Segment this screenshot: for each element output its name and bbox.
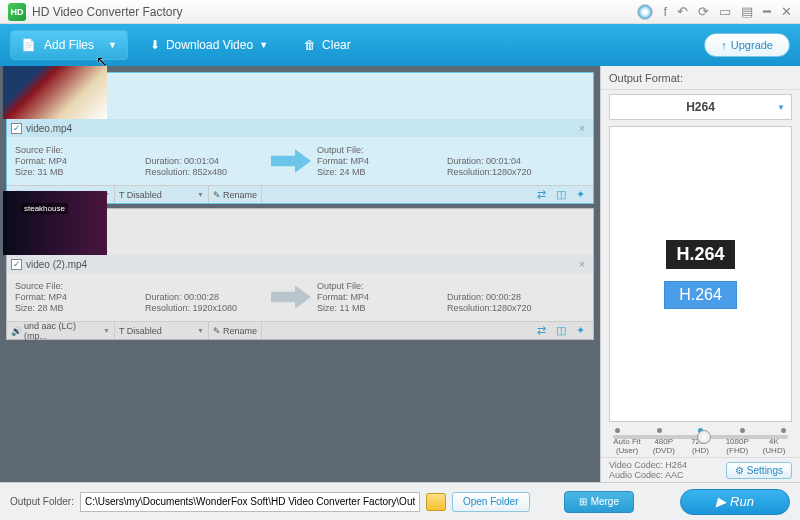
merge-icon: ⊞ <box>579 496 587 507</box>
chevron-down-icon[interactable]: ▼ <box>259 40 268 50</box>
output-format-header: Output Format: <box>601 66 800 90</box>
undo-icon[interactable]: ↶ <box>677 4 688 19</box>
list-item[interactable]: ✓ video.mp4 × Source File: Format: MP4 S… <box>6 72 594 204</box>
add-file-icon: 📄 <box>21 38 36 52</box>
source-size: Size: 31 MB <box>15 167 145 177</box>
source-label: Source File: <box>15 145 145 155</box>
shuffle-icon[interactable]: ⇄ <box>537 324 546 337</box>
subtitle-select[interactable]: T Disabled▼ <box>115 186 209 203</box>
output-label: Output File: <box>317 145 447 155</box>
audio-track-select[interactable]: 🔊und aac (LC) (mp...▼ <box>7 322 115 339</box>
subtitle-select[interactable]: T Disabled▼ <box>115 322 209 339</box>
resolution-slider[interactable] <box>609 430 792 444</box>
add-files-button[interactable]: 📄 Add Files ▼ ↖ <box>10 30 128 60</box>
slider-thumb[interactable] <box>697 430 711 444</box>
clear-button[interactable]: 🗑 Clear <box>290 38 365 52</box>
shuffle-icon[interactable]: ⇄ <box>537 188 546 201</box>
source-resolution: Resolution: 1920x1080 <box>145 303 265 313</box>
source-resolution: Resolution: 852x480 <box>145 167 265 177</box>
settings-label: Settings <box>747 465 783 476</box>
filename: video (2).mp4 <box>26 259 87 270</box>
preview-badge-blue: H.264 <box>664 281 737 309</box>
app-title: HD Video Converter Factory <box>32 5 637 19</box>
format-preview[interactable]: H.264 H.264 <box>609 126 792 422</box>
arrow-icon <box>271 148 311 174</box>
facebook-icon[interactable]: f <box>663 4 667 19</box>
app-logo: HD <box>8 3 26 21</box>
arrow-icon <box>271 284 311 310</box>
output-duration: Duration: 00:01:04 <box>447 156 567 166</box>
download-icon: ⬇ <box>150 38 160 52</box>
browse-folder-icon[interactable] <box>426 493 446 511</box>
settings-button[interactable]: ⚙ Settings <box>726 462 792 479</box>
format-value: H264 <box>686 100 715 114</box>
output-resolution: Resolution:1280x720 <box>447 167 567 177</box>
effects-icon[interactable]: ✦ <box>576 324 585 337</box>
disc-icon[interactable] <box>637 4 653 20</box>
output-resolution: Resolution:1280x720 <box>447 303 567 313</box>
file-list: ✓ video.mp4 × Source File: Format: MP4 S… <box>0 66 600 482</box>
upgrade-button[interactable]: ↑ Upgrade <box>704 33 790 57</box>
open-folder-button[interactable]: Open Folder <box>452 492 530 512</box>
merge-button[interactable]: ⊞ Merge <box>564 491 634 513</box>
source-format: Format: MP4 <box>15 292 145 302</box>
output-folder-input[interactable] <box>80 492 420 512</box>
output-size: Size: 24 MB <box>317 167 447 177</box>
minimize-icon[interactable]: ━ <box>763 4 771 19</box>
refresh-icon[interactable]: ⟳ <box>698 4 709 19</box>
checkbox[interactable]: ✓ <box>11 123 22 134</box>
up-arrow-icon: ↑ <box>721 39 727 51</box>
audio-codec: Audio Codec: AAC <box>609 470 687 480</box>
chevron-down-icon[interactable]: ▼ <box>108 40 117 50</box>
rename-button[interactable]: ✎Rename <box>209 186 262 203</box>
preview-badge-dark: H.264 <box>666 240 734 269</box>
merge-label: Merge <box>591 496 619 507</box>
message-icon[interactable]: ▭ <box>719 4 731 19</box>
clear-label: Clear <box>322 38 351 52</box>
effects-icon[interactable]: ✦ <box>576 188 585 201</box>
output-format: Format: MP4 <box>317 292 447 302</box>
gear-icon: ⚙ <box>735 465 744 476</box>
run-button[interactable]: ▶ Run <box>680 489 790 515</box>
checkbox[interactable]: ✓ <box>11 259 22 270</box>
close-icon[interactable]: ✕ <box>781 4 792 19</box>
list-item[interactable]: ✓ video (2).mp4 × Source File: Format: M… <box>6 208 594 340</box>
menu-icon[interactable]: ▤ <box>741 4 753 19</box>
output-format: Format: MP4 <box>317 156 447 166</box>
remove-item-icon[interactable]: × <box>575 123 589 134</box>
source-label: Source File: <box>15 281 145 291</box>
output-size: Size: 11 MB <box>317 303 447 313</box>
format-select[interactable]: H264 ▼ <box>609 94 792 120</box>
output-folder-label: Output Folder: <box>10 496 74 507</box>
source-duration: Duration: 00:01:04 <box>145 156 265 166</box>
crop-icon[interactable]: ◫ <box>556 324 566 337</box>
video-thumbnail[interactable] <box>3 66 107 119</box>
output-label: Output File: <box>317 281 447 291</box>
filename: video.mp4 <box>26 123 72 134</box>
chevron-down-icon: ▼ <box>777 103 785 112</box>
source-size: Size: 28 MB <box>15 303 145 313</box>
output-duration: Duration: 00:00:28 <box>447 292 567 302</box>
play-icon: ▶ <box>716 494 726 509</box>
download-label: Download Video <box>166 38 253 52</box>
crop-icon[interactable]: ◫ <box>556 188 566 201</box>
source-duration: Duration: 00:00:28 <box>145 292 265 302</box>
source-format: Format: MP4 <box>15 156 145 166</box>
video-codec: Video Codec: H264 <box>609 460 687 470</box>
add-files-label: Add Files <box>44 38 94 52</box>
run-label: Run <box>730 494 754 509</box>
rename-button[interactable]: ✎Rename <box>209 322 262 339</box>
video-thumbnail[interactable] <box>3 191 107 255</box>
remove-item-icon[interactable]: × <box>575 259 589 270</box>
download-video-button[interactable]: ⬇ Download Video ▼ <box>136 38 282 52</box>
trash-icon: 🗑 <box>304 38 316 52</box>
upgrade-label: Upgrade <box>731 39 773 51</box>
